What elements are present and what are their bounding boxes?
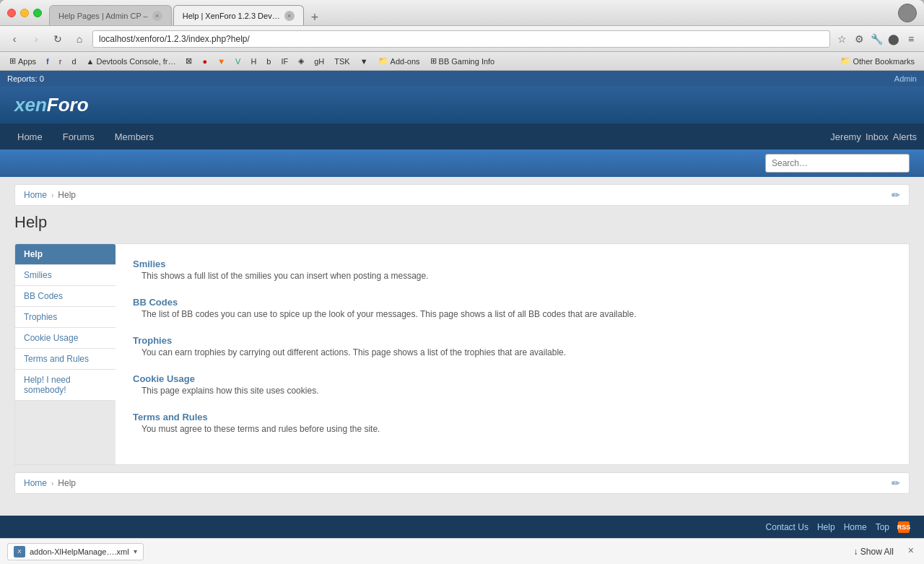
nav-forums[interactable]: Forums (53, 123, 105, 149)
bookmark-tsk[interactable]: TSK (331, 56, 353, 67)
breadcrumb-bottom-edit-icon[interactable]: ✏ (892, 477, 900, 489)
home-button[interactable]: ⌂ (71, 30, 88, 48)
extension-icon[interactable]: 🔧 (869, 32, 884, 46)
bookmark-xf[interactable]: ⊠ (182, 55, 196, 67)
nav-items: Home Forums Members (7, 123, 830, 149)
minimize-window-button[interactable] (20, 9, 29, 17)
sidebar-item-smilies[interactable]: Smilies (15, 265, 116, 286)
close-download-bar-button[interactable]: × (905, 545, 917, 559)
nav-icons: ☆ ⚙ 🔧 ⬤ ≡ (834, 32, 918, 46)
bookmark-orange[interactable]: ▼ (214, 56, 229, 67)
tab-help[interactable]: Help | XenForo 1.2.3 Dev… × (173, 5, 304, 25)
bookmark-star-icon[interactable]: ☆ (834, 32, 849, 46)
download-item-xml[interactable]: X addon-XlHelpManage….xml ▾ (7, 543, 144, 560)
browser-user-avatar (898, 4, 917, 22)
bookmarks-bar: ⊞ Apps f r d ▲ Devtools Console, fr… ⊠ ●… (0, 52, 924, 71)
help-main-content: Smilies This shows a full list of the sm… (116, 243, 910, 465)
close-window-button[interactable] (7, 9, 16, 17)
bookmark-red[interactable]: ● (199, 56, 211, 67)
maximize-window-button[interactable] (33, 9, 42, 17)
sidebar-item-cookie[interactable]: Cookie Usage (15, 328, 116, 349)
reddit-icon: r (59, 57, 62, 66)
bookmark-reddit[interactable]: r (56, 56, 66, 67)
menu-icon[interactable]: ≡ (904, 32, 918, 46)
bookmark-addons[interactable]: 📁 Add-ons (375, 55, 424, 67)
alerts-link[interactable]: Alerts (893, 131, 917, 142)
bookmark-apps[interactable]: ⊞ Apps (6, 55, 40, 67)
help-section-cookie: Cookie Usage This page explains how this… (133, 373, 892, 397)
tab-admin-cp[interactable]: Help Pages | Admin CP – × (49, 5, 172, 25)
tab-admin-cp-close[interactable]: × (152, 11, 162, 21)
xml-file-icon: X (14, 546, 25, 558)
forward-button[interactable]: › (27, 30, 45, 48)
help-section-smilies-desc: This shows a full list of the smilies yo… (141, 269, 892, 282)
breadcrumb-sep-1: › (51, 191, 53, 199)
footer-help-link[interactable]: Help (817, 522, 835, 532)
bookmark-facebook[interactable]: f (43, 56, 53, 67)
logo-suffix: Foro (47, 94, 89, 116)
inbox-link[interactable]: Inbox (866, 131, 889, 142)
facebook-icon: f (46, 57, 49, 66)
breadcrumb-current: Help (58, 190, 76, 200)
bookmark-bbgaming[interactable]: ⊞ BB Gaming Info (427, 55, 499, 67)
settings-icon[interactable]: ⚙ (852, 32, 866, 46)
bookmark-if[interactable]: IF (277, 56, 292, 67)
bookmark-diamond[interactable]: ◈ (295, 55, 308, 67)
logo-prefix: xen (14, 94, 47, 116)
help-layout: Help Smilies BB Codes Trophies Cookie Us… (14, 243, 910, 465)
download-chevron-icon[interactable]: ▾ (134, 547, 137, 555)
breadcrumb-edit-icon[interactable]: ✏ (892, 189, 900, 201)
search-input[interactable] (765, 154, 910, 173)
footer-home-link[interactable]: Home (844, 522, 867, 532)
tab-help-label: Help | XenForo 1.2.3 Dev… (183, 12, 280, 20)
help-section-trophies-link[interactable]: Trophies (133, 335, 172, 346)
bookmark-green[interactable]: V (232, 56, 244, 67)
nav-members[interactable]: Members (105, 123, 164, 149)
breadcrumb-bottom-current: Help (58, 478, 76, 488)
help-section-cookie-desc: This page explains how this site uses co… (141, 384, 892, 397)
user-name-link[interactable]: Jeremy (830, 131, 861, 142)
help-section-bbcodes-link[interactable]: BB Codes (133, 297, 178, 308)
sidebar-item-help[interactable]: Help (15, 244, 116, 265)
sidebar-item-help-needed[interactable]: Help! I need somebody! (15, 370, 116, 401)
sidebar-item-trophies[interactable]: Trophies (15, 307, 116, 328)
sidebar-item-terms[interactable]: Terms and Rules (15, 349, 116, 370)
reload-button[interactable]: ↻ (49, 30, 66, 48)
nav-user-area: Jeremy Inbox Alerts (830, 131, 917, 142)
rss-icon[interactable]: RSS (898, 521, 910, 533)
bookmark-b[interactable]: b (263, 56, 274, 67)
bookmark-gh[interactable]: gH (310, 56, 328, 67)
red-icon: ● (202, 57, 207, 66)
help-section-cookie-link[interactable]: Cookie Usage (133, 373, 195, 384)
bookmark-digg[interactable]: d (68, 56, 79, 67)
help-section-smilies-link[interactable]: Smilies (133, 259, 166, 269)
breadcrumb-bottom-sep: › (51, 480, 53, 487)
nav-home[interactable]: Home (7, 123, 53, 149)
digg-icon: d (71, 57, 76, 66)
bbgaming-icon: ⊞ (430, 56, 437, 66)
browser-nav: ‹ › ↻ ⌂ ☆ ⚙ 🔧 ⬤ ≡ (0, 26, 924, 52)
tab-admin-cp-label: Help Pages | Admin CP – (58, 12, 148, 20)
breadcrumb-home-link[interactable]: Home (24, 190, 47, 200)
address-bar[interactable] (92, 30, 830, 48)
new-tab-button[interactable]: + (305, 10, 325, 25)
show-all-button[interactable]: ↓ Show All (847, 545, 899, 559)
bookmark-h[interactable]: H (247, 56, 260, 67)
main-nav: Home Forums Members Jeremy Inbox Alerts (0, 123, 924, 149)
help-section-terms-link[interactable]: Terms and Rules (133, 412, 208, 422)
breadcrumb-top: Home › Help ✏ (14, 184, 910, 206)
chrome-icon[interactable]: ⬤ (886, 32, 901, 46)
sidebar-item-bbcodes[interactable]: BB Codes (15, 286, 116, 307)
other-bookmarks[interactable]: 📁 Other Bookmarks (837, 55, 918, 67)
site-header: xenForo (0, 87, 924, 123)
footer-contact-link[interactable]: Contact Us (766, 522, 808, 532)
footer-top-link[interactable]: Top (876, 522, 889, 532)
tab-help-close[interactable]: × (284, 11, 295, 21)
admin-cp-link[interactable]: Admin (894, 74, 917, 83)
site-logo[interactable]: xenForo (14, 94, 89, 116)
content-area: Home › Help ✏ Help Help Smilies BB Codes… (0, 177, 924, 508)
bookmark-devtools[interactable]: ▲ Devtools Console, fr… (83, 56, 180, 67)
back-button[interactable]: ‹ (6, 30, 23, 48)
breadcrumb-bottom-home-link[interactable]: Home (24, 478, 47, 488)
bookmark-v2[interactable]: ▼ (357, 56, 372, 67)
